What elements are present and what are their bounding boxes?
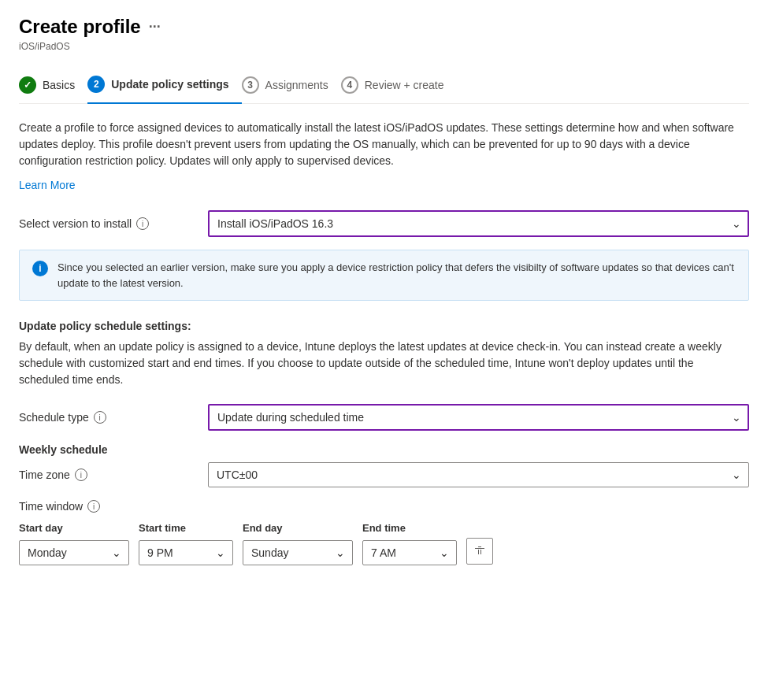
- step-basics-circle: ✓: [19, 76, 36, 94]
- info-alert-text: Since you selected an earlier version, m…: [58, 260, 736, 291]
- step-assignments-circle: 3: [242, 76, 259, 94]
- step-review-create[interactable]: 4 Review + create: [341, 69, 457, 103]
- version-select-wrapper: Install iOS/iPadOS 16.3Install latest iO…: [208, 210, 749, 237]
- end-time-col: End time 12 AM1 AM2 AM3 AM4 AM5 AM6 AM7 …: [362, 522, 457, 565]
- info-alert: i Since you selected an earlier version,…: [19, 250, 749, 301]
- step-update-policy-circle: 2: [87, 76, 105, 93]
- time-window-info-icon[interactable]: i: [87, 500, 100, 513]
- page-title: Create profile ···: [19, 16, 161, 38]
- schedule-type-select-wrapper: Update during scheduled timeUpdate at an…: [208, 404, 749, 431]
- weekly-schedule-label: Weekly schedule: [19, 443, 749, 456]
- step-basics-label: Basics: [43, 79, 75, 91]
- delete-time-window-button[interactable]: [466, 538, 493, 565]
- page-subtitle: iOS/iPadOS: [19, 41, 749, 52]
- ellipsis-menu[interactable]: ···: [149, 19, 161, 35]
- schedule-type-row: Schedule type i Update during scheduled …: [19, 404, 749, 431]
- start-day-col: Start day MondayTuesdayWednesdayThursday…: [19, 522, 129, 565]
- time-window-label: Time window i: [19, 500, 749, 513]
- step-basics[interactable]: ✓ Basics: [19, 69, 87, 103]
- timezone-select[interactable]: UTC±00UTC-05:00UTC-08:00UTC+01:00UTC+05:…: [208, 462, 749, 487]
- start-time-col: Start time 12 AM1 AM2 AM3 AM4 AM5 AM6 AM…: [139, 522, 233, 565]
- start-day-select-wrapper: MondayTuesdayWednesdayThursdayFridaySatu…: [19, 540, 129, 565]
- step-assignments[interactable]: 3 Assignments: [242, 69, 341, 103]
- step-update-policy-label: Update policy settings: [111, 78, 228, 91]
- start-time-select[interactable]: 12 AM1 AM2 AM3 AM4 AM5 AM6 AM7 AM8 AM9 A…: [139, 540, 233, 565]
- end-time-header: End time: [362, 522, 457, 535]
- step-assignments-label: Assignments: [265, 79, 328, 91]
- end-day-select[interactable]: MondayTuesdayWednesdayThursdayFridaySatu…: [243, 540, 353, 565]
- version-select[interactable]: Install iOS/iPadOS 16.3Install latest iO…: [208, 210, 749, 237]
- schedule-section-description: By default, when an update policy is ass…: [19, 339, 744, 388]
- end-time-select[interactable]: 12 AM1 AM2 AM3 AM4 AM5 AM6 AM7 AM8 AM9 A…: [362, 540, 457, 565]
- timezone-select-wrapper: UTC±00UTC-05:00UTC-08:00UTC+01:00UTC+05:…: [208, 462, 749, 487]
- start-time-select-wrapper: 12 AM1 AM2 AM3 AM4 AM5 AM6 AM7 AM8 AM9 A…: [139, 540, 233, 565]
- start-time-header: Start time: [139, 522, 233, 535]
- end-day-select-wrapper: MondayTuesdayWednesdayThursdayFridaySatu…: [243, 540, 353, 565]
- version-info-icon[interactable]: i: [136, 217, 149, 230]
- version-install-row: Select version to install i Install iOS/…: [19, 210, 749, 237]
- end-time-select-wrapper: 12 AM1 AM2 AM3 AM4 AM5 AM6 AM7 AM8 AM9 A…: [362, 540, 457, 565]
- timezone-row: Time zone i UTC±00UTC-05:00UTC-08:00UTC+…: [19, 462, 749, 487]
- timezone-label: Time zone i: [19, 469, 192, 481]
- schedule-type-info-icon[interactable]: i: [94, 411, 106, 424]
- wizard-steps: ✓ Basics 2 Update policy settings 3 Assi…: [19, 68, 749, 104]
- start-day-header: Start day: [19, 522, 129, 535]
- section-description: Create a profile to force assigned devic…: [19, 120, 744, 169]
- schedule-section-heading: Update policy schedule settings:: [19, 320, 749, 332]
- step-review-create-label: Review + create: [365, 79, 444, 91]
- version-label: Select version to install i: [19, 217, 192, 230]
- learn-more-link[interactable]: Learn More: [19, 179, 76, 191]
- end-day-header: End day: [243, 522, 353, 535]
- schedule-type-label: Schedule type i: [19, 411, 192, 424]
- step-update-policy[interactable]: 2 Update policy settings: [87, 68, 241, 104]
- step-review-create-circle: 4: [341, 76, 358, 94]
- trash-icon: [473, 545, 486, 557]
- start-day-select[interactable]: MondayTuesdayWednesdayThursdayFridaySatu…: [19, 540, 129, 565]
- end-day-col: End day MondayTuesdayWednesdayThursdayFr…: [243, 522, 353, 565]
- time-window-table: Start day MondayTuesdayWednesdayThursday…: [19, 522, 749, 565]
- info-alert-icon: i: [32, 261, 48, 276]
- schedule-type-select[interactable]: Update during scheduled timeUpdate at an…: [208, 404, 749, 431]
- timezone-info-icon[interactable]: i: [75, 469, 87, 481]
